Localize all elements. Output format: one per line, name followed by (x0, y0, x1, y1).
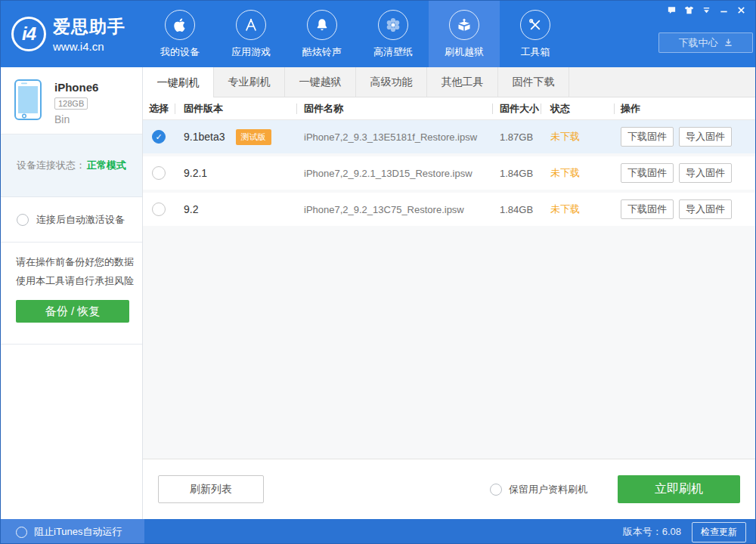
empty-list-area (143, 229, 755, 459)
close-icon[interactable] (736, 5, 746, 15)
main-nav: 我的设备 应用游戏 酷炫铃声 高清壁纸 (144, 1, 571, 67)
app-brand: i4 爱思助手 www.i4.cn (1, 1, 144, 67)
nav-item-apps-games[interactable]: 应用游戏 (215, 1, 287, 67)
nav-item-my-devices[interactable]: 我的设备 (144, 1, 215, 67)
device-capacity-badge: 128GB (54, 97, 88, 110)
flash-now-button[interactable]: 立即刷机 (618, 475, 740, 503)
backup-warning-panel: 请在操作前备份好您的数据 使用本工具请自行承担风险 备份 / 恢复 (1, 243, 142, 345)
firmware-filename: iPhone7,2_9.2.1_13D15_Restore.ipsw (304, 168, 472, 179)
firmware-size: 1.87GB (500, 131, 533, 143)
window-controls (666, 5, 746, 15)
firmware-status: 未下载 (550, 202, 580, 216)
connection-status: 设备连接状态： 正常模式 (1, 134, 142, 197)
tab-one-click-jailbreak[interactable]: 一键越狱 (285, 67, 356, 97)
firmware-version: 9.2 (184, 203, 198, 215)
download-icon (723, 38, 733, 48)
logo-text: i4 (22, 23, 36, 45)
download-firmware-button[interactable]: 下载固件 (621, 199, 674, 219)
i4-tools-window: i4 爱思助手 www.i4.cn 我的设备 应用游戏 (0, 0, 756, 544)
auto-activate-label: 连接后自动激活设备 (36, 213, 125, 227)
theme-skin-icon[interactable] (683, 5, 694, 15)
import-firmware-button[interactable]: 导入固件 (679, 163, 732, 183)
tab-firmware-download[interactable]: 固件下载 (498, 67, 569, 97)
bell-icon (307, 10, 337, 40)
beta-badge: 测试版 (236, 129, 271, 145)
warning-line-2: 使用本工具请自行承担风险 (16, 271, 142, 290)
firmware-row: ✓ 9.1beta3 测试版 iPhone7,2_9.3_13E5181f_Re… (143, 120, 755, 153)
download-firmware-button[interactable]: 下载固件 (621, 163, 674, 183)
app-title: 爱思助手 (53, 15, 125, 39)
firmware-table-header: 选择 固件版本 固件名称 固件大小 状态 操作 (143, 97, 755, 120)
auto-activate-radio[interactable] (17, 214, 29, 226)
connection-status-value: 正常模式 (87, 159, 126, 172)
nav-item-ringtones[interactable]: 酷炫铃声 (287, 1, 358, 67)
header-select: 选择 (143, 97, 175, 119)
firmware-version: 9.2.1 (184, 167, 207, 179)
backup-restore-button[interactable]: 备份 / 恢复 (16, 300, 129, 323)
firmware-size: 1.84GB (500, 168, 533, 179)
keep-user-data-label: 保留用户资料刷机 (509, 483, 587, 496)
import-firmware-button[interactable]: 导入固件 (679, 199, 732, 219)
device-info-panel: iPhone6 128GB Bin (1, 67, 142, 134)
header-version: 固件版本 (175, 97, 296, 119)
device-sidebar: iPhone6 128GB Bin 设备连接状态： 正常模式 连接后自动激活设备… (1, 67, 143, 519)
toolbox-icon (520, 10, 550, 40)
apple-icon (165, 10, 195, 40)
nav-item-toolbox[interactable]: 工具箱 (500, 1, 571, 67)
keep-user-data-radio[interactable] (490, 484, 502, 496)
nav-item-flash-jailbreak[interactable]: 刷机越狱 (429, 1, 500, 67)
keep-user-data-option: 保留用户资料刷机 (490, 483, 587, 496)
auto-activate-option: 连接后自动激活设备 (1, 197, 142, 243)
firmware-status: 未下载 (550, 130, 580, 144)
bottom-action-bar: 刷新列表 保留用户资料刷机 立即刷机 (143, 459, 755, 519)
block-itunes-option: 阻止iTunes自动运行 (1, 519, 144, 544)
app-url: www.i4.cn (53, 40, 125, 53)
block-itunes-label: 阻止iTunes自动运行 (34, 525, 122, 539)
firmware-select-radio[interactable] (152, 202, 166, 216)
tab-advanced-features[interactable]: 高级功能 (356, 67, 427, 97)
header-operations: 操作 (614, 97, 755, 119)
device-name: iPhone6 (54, 81, 98, 94)
flash-main-panel: 一键刷机 专业刷机 一键越狱 高级功能 其他工具 固件下载 选择 固件版本 固件… (143, 67, 755, 519)
warning-line-1: 请在操作前备份好您的数据 (16, 252, 142, 271)
minimize-icon[interactable] (718, 5, 729, 15)
block-itunes-radio[interactable] (16, 527, 27, 538)
check-update-button[interactable]: 检查更新 (692, 522, 746, 542)
firmware-row: 9.2 iPhone7,2_9.2_13C75_Restore.ipsw 1.8… (143, 193, 755, 226)
firmware-row: 9.2.1 iPhone7,2_9.2.1_13D15_Restore.ipsw… (143, 156, 755, 190)
header-size: 固件大小 (492, 97, 541, 119)
sidebar-filler (1, 345, 142, 519)
feedback-icon[interactable] (666, 5, 677, 15)
tab-one-click-flash[interactable]: 一键刷机 (143, 67, 214, 98)
flower-icon (378, 10, 408, 40)
status-footer: 阻止iTunes自动运行 版本号：6.08 检查更新 (1, 519, 755, 544)
appstore-icon (236, 10, 266, 40)
tab-pro-flash[interactable]: 专业刷机 (214, 67, 285, 97)
app-header: i4 爱思助手 www.i4.cn 我的设备 应用游戏 (1, 1, 755, 67)
iphone-icon (13, 79, 43, 121)
firmware-filename: iPhone7,2_9.2_13C75_Restore.ipsw (304, 204, 464, 215)
download-firmware-button[interactable]: 下载固件 (621, 127, 674, 147)
firmware-filename: iPhone7,2_9.3_13E5181f_Restore.ipsw (304, 131, 477, 143)
device-owner: Bin (54, 113, 98, 125)
version-label: 版本号：6.08 (623, 525, 681, 539)
firmware-select-radio[interactable] (152, 166, 166, 180)
flash-jailbreak-icon (449, 10, 479, 40)
firmware-size: 1.84GB (500, 204, 533, 215)
tab-other-tools[interactable]: 其他工具 (427, 67, 498, 97)
firmware-select-radio-checked[interactable]: ✓ (152, 130, 166, 144)
import-firmware-button[interactable]: 导入固件 (679, 127, 732, 147)
flash-tabbar: 一键刷机 专业刷机 一键越狱 高级功能 其他工具 固件下载 (143, 67, 755, 97)
refresh-list-button[interactable]: 刷新列表 (158, 475, 264, 503)
header-status: 状态 (541, 97, 614, 119)
connection-status-label: 设备连接状态： (17, 159, 85, 172)
firmware-version: 9.1beta3 (184, 131, 225, 143)
firmware-status: 未下载 (550, 166, 580, 180)
download-center-button[interactable]: 下载中心 (658, 32, 753, 53)
header-name: 固件名称 (296, 97, 492, 119)
mini-mode-icon[interactable] (701, 5, 711, 15)
nav-item-wallpapers[interactable]: 高清壁纸 (358, 1, 429, 67)
i4-logo-icon: i4 (11, 17, 46, 51)
